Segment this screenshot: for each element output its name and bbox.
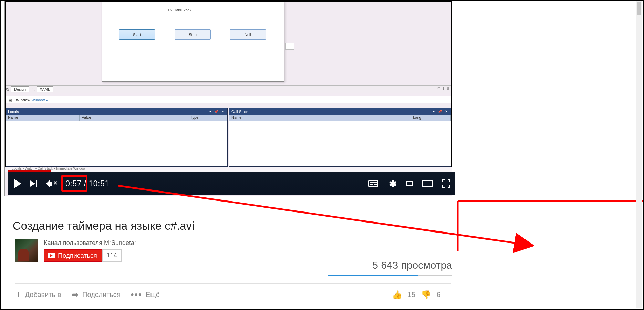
time-highlight-annotation: [61, 175, 87, 192]
vs-tabs-row: ⧉ Design ↑↓ XAML: [5, 85, 452, 93]
vs-tab-xaml: XAML: [37, 86, 53, 92]
vs-null-button: Null: [230, 29, 266, 40]
vs-panel-ctrls: ▾ 📌 ✕: [209, 108, 225, 115]
vs-stop-button: Stop: [175, 29, 211, 40]
share-button[interactable]: ➦ Поделиться: [71, 289, 120, 300]
page-scrollbar[interactable]: [636, 1, 642, 308]
vs-tab-design: Design: [11, 86, 29, 92]
vs-window-sub: Window ▸: [31, 98, 48, 102]
settings-gear-icon[interactable]: [388, 179, 397, 188]
share-arrow-icon: ➦: [71, 289, 79, 300]
add-to-label: Добавить в: [25, 291, 61, 299]
mute-icon[interactable]: ×: [46, 180, 52, 187]
play-icon[interactable]: [14, 179, 21, 188]
vs-locals-panel: Locals ▾ 📌 ✕ Name Value Type: [6, 108, 228, 167]
more-label: Ещё: [146, 291, 160, 299]
video-player-frame: 0ч:0мин:2сек Start Stop Null ⧉ Design ↑↓…: [4, 1, 452, 196]
subscriber-count: 114: [102, 249, 122, 262]
dislike-count: 6: [437, 291, 440, 299]
thumbs-up-icon[interactable]: 👍: [392, 290, 402, 300]
video-title: Создание таймера на языке c#.avi: [13, 219, 194, 232]
callstack-col-name: Name: [229, 115, 411, 121]
locals-col-type: Type: [188, 115, 227, 121]
locals-body: [6, 121, 227, 166]
total-time: 10:51: [89, 179, 109, 188]
right-pane: Синхронно отображается время просмотра в…: [455, 1, 643, 308]
vs-time-output-label: 0ч:0мин:2сек: [163, 6, 197, 13]
vs-designer-window: 0ч:0мин:2сек Start Stop Null: [102, 1, 284, 82]
sentiment-bar: [328, 275, 452, 276]
left-pane: 0ч:0мин:2сек Start Stop Null ⧉ Design ↑↓…: [1, 1, 454, 308]
player-controls-bar: × 0:57 / 10:51: [8, 172, 456, 195]
miniplayer-icon[interactable]: [406, 181, 413, 186]
time-display: 0:57 / 10:51: [65, 179, 110, 188]
subtitles-icon[interactable]: [368, 180, 378, 187]
next-icon[interactable]: [30, 180, 37, 187]
callstack-body: [229, 121, 451, 166]
share-label: Поделиться: [82, 291, 120, 299]
plus-icon: +: [15, 290, 22, 300]
more-dots-icon: •••: [131, 289, 142, 300]
vs-layout-icons: ▭ ⫿ ▯: [437, 86, 450, 90]
action-row: + Добавить в ➦ Поделиться ••• Ещё 👍 15 👎…: [15, 283, 451, 300]
locals-col-name: Name: [6, 115, 80, 121]
subscribe-label: Подписаться: [58, 252, 97, 259]
vs-window-label: Window: [16, 98, 30, 102]
vs-start-button: Start: [119, 29, 155, 40]
youtube-play-icon: [48, 253, 55, 258]
vs-panel-ctrls-2: ▾ 📌 ✕: [433, 108, 449, 115]
theater-mode-icon[interactable]: [422, 180, 433, 187]
vs-window-row: ▣ Window Window ▸: [5, 96, 452, 103]
thumbs-down-icon[interactable]: 👎: [421, 290, 431, 300]
callstack-col-lang: Lang: [411, 115, 451, 121]
channel-row: Канал пользователя MrSundetar Подписатьс…: [15, 239, 136, 262]
channel-name[interactable]: Канал пользователя MrSundetar: [44, 239, 136, 247]
like-count: 15: [408, 291, 415, 299]
channel-avatar[interactable]: [15, 239, 38, 262]
fullscreen-icon[interactable]: [442, 179, 450, 188]
locals-col-value: Value: [80, 115, 188, 121]
vs-callstack-panel: Call Stack ▾ 📌 ✕ Name Lang: [229, 108, 451, 167]
view-count: 5 643 просмотра: [328, 259, 452, 271]
vs-ghost-box: [285, 43, 294, 50]
vs-locals-title: Locals: [8, 108, 19, 115]
vs-callstack-title: Call Stack: [231, 108, 249, 115]
vs-panels-zone: Locals ▾ 📌 ✕ Name Value Type Call Stack …: [5, 107, 452, 167]
subscribe-button[interactable]: Подписаться: [44, 249, 102, 262]
add-to-button[interactable]: + Добавить в: [15, 290, 61, 300]
more-button[interactable]: ••• Ещё: [131, 289, 160, 300]
